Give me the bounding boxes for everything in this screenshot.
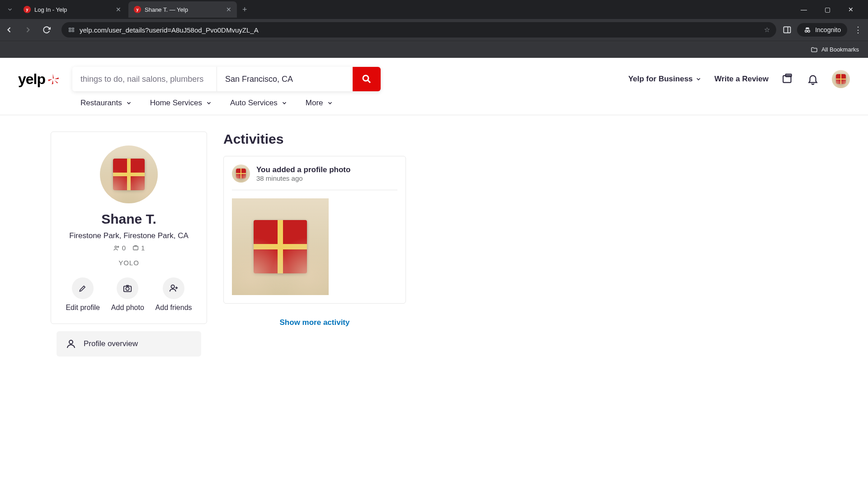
activity-avatar[interactable] xyxy=(232,164,250,183)
maximize-button[interactable]: ▢ xyxy=(821,6,834,13)
chevron-down-icon xyxy=(281,100,288,106)
notifications-icon[interactable] xyxy=(807,73,819,85)
friends-stat[interactable]: 0 xyxy=(113,244,126,252)
sidebar-item-overview[interactable]: Profile overview xyxy=(57,331,201,357)
chevron-down-icon xyxy=(126,100,132,106)
category-nav: Restaurants Home Services Auto Services … xyxy=(0,96,868,115)
activity-title: You added a profile photo xyxy=(256,165,350,174)
svg-rect-1 xyxy=(72,28,74,29)
svg-rect-0 xyxy=(69,28,71,29)
search-button[interactable] xyxy=(353,67,381,91)
category-restaurants[interactable]: Restaurants xyxy=(80,99,132,108)
activities-heading: Activities xyxy=(223,131,868,147)
svg-point-16 xyxy=(126,287,129,290)
yelp-burst-icon xyxy=(47,73,60,85)
incognito-label: Incognito xyxy=(815,26,841,33)
pencil-icon xyxy=(78,284,87,293)
folder-icon xyxy=(811,46,818,53)
tab-title: Shane T. — Yelp xyxy=(145,6,222,13)
category-auto-services[interactable]: Auto Services xyxy=(230,99,288,108)
incognito-badge[interactable]: Incognito xyxy=(797,23,847,37)
svg-point-13 xyxy=(118,246,119,248)
location-input[interactable] xyxy=(217,67,353,91)
category-more[interactable]: More xyxy=(306,99,333,108)
logo-text: yelp xyxy=(18,71,45,88)
yelp-for-business-link[interactable]: Yelp for Business xyxy=(628,75,702,84)
activity-time: 38 minutes ago xyxy=(256,174,350,182)
all-bookmarks-label: All Bookmarks xyxy=(821,46,859,53)
svg-rect-3 xyxy=(72,30,74,32)
yelp-favicon: y xyxy=(134,6,141,13)
profile-icon xyxy=(66,338,76,349)
profile-avatar[interactable] xyxy=(100,145,158,203)
category-home-services[interactable]: Home Services xyxy=(150,99,212,108)
show-more-link[interactable]: Show more activity xyxy=(223,318,406,327)
photos-stat[interactable]: 1 xyxy=(132,244,145,252)
profile-card: Shane T. Firestone Park, Firestone Park,… xyxy=(51,131,207,324)
projects-icon[interactable] xyxy=(781,73,794,85)
new-tab-button[interactable]: + xyxy=(239,5,251,14)
activity-photo[interactable] xyxy=(232,198,329,295)
browser-tab[interactable]: y Shane T. — Yelp ✕ xyxy=(128,1,237,18)
svg-rect-14 xyxy=(133,246,138,250)
svg-point-17 xyxy=(171,285,175,288)
tab-bar: y Log In - Yelp ✕ y Shane T. — Yelp ✕ + … xyxy=(0,0,868,19)
svg-point-8 xyxy=(363,75,368,81)
forward-button[interactable] xyxy=(24,25,36,34)
svg-rect-4 xyxy=(784,27,791,33)
address-bar-row: yelp.com/user_details?userid=A8uJ58od_Pv… xyxy=(0,19,868,41)
svg-point-20 xyxy=(69,340,73,344)
side-panel-icon[interactable] xyxy=(783,25,792,34)
chevron-down-icon xyxy=(695,76,702,82)
incognito-icon xyxy=(803,26,811,34)
close-window-button[interactable]: ✕ xyxy=(844,6,857,13)
add-photo-button[interactable]: Add photo xyxy=(111,277,144,312)
search-icon xyxy=(361,74,372,84)
all-bookmarks-button[interactable]: All Bookmarks xyxy=(811,46,859,53)
profile-tagline: YOLO xyxy=(60,259,198,267)
window-controls: — ▢ ✕ xyxy=(797,6,864,13)
user-avatar[interactable] xyxy=(832,70,850,88)
bookmark-star-icon[interactable]: ☆ xyxy=(764,26,770,34)
address-bar[interactable]: yelp.com/user_details?userid=A8uJ58od_Pv… xyxy=(61,22,776,38)
profile-stats: 0 1 xyxy=(60,244,198,252)
svg-rect-2 xyxy=(69,30,71,32)
add-friends-button[interactable]: Add friends xyxy=(156,277,192,312)
yelp-favicon: y xyxy=(24,6,31,13)
activity-card: You added a profile photo 38 minutes ago xyxy=(223,156,406,304)
friends-icon xyxy=(113,244,120,252)
minimize-button[interactable]: — xyxy=(797,6,810,13)
chevron-down-icon xyxy=(327,100,333,106)
close-icon[interactable]: ✕ xyxy=(226,6,231,13)
site-header: yelp Yelp for Business Write a Review xyxy=(0,58,868,96)
edit-profile-button[interactable]: Edit profile xyxy=(66,277,100,312)
tab-title: Log In - Yelp xyxy=(34,6,112,13)
write-review-link[interactable]: Write a Review xyxy=(714,75,769,84)
yelp-logo[interactable]: yelp xyxy=(18,71,60,88)
back-button[interactable] xyxy=(5,25,17,34)
add-friend-icon xyxy=(169,283,179,293)
svg-point-12 xyxy=(115,246,117,248)
search-input[interactable] xyxy=(72,67,217,91)
close-icon[interactable]: ✕ xyxy=(116,6,121,13)
profile-location: Firestone Park, Firestone Park, CA xyxy=(60,231,198,240)
photo-icon xyxy=(132,244,139,252)
browser-menu-button[interactable]: ⋮ xyxy=(853,25,863,35)
reload-button[interactable] xyxy=(42,26,55,34)
svg-line-9 xyxy=(368,80,371,83)
camera-icon xyxy=(123,283,132,293)
url-text: yelp.com/user_details?userid=A8uJ58od_Pv… xyxy=(80,26,760,34)
tab-search-dropdown[interactable] xyxy=(4,3,16,16)
svg-point-7 xyxy=(808,30,810,33)
profile-name: Shane T. xyxy=(60,211,198,227)
browser-tab[interactable]: y Log In - Yelp ✕ xyxy=(18,1,127,18)
search-bar xyxy=(72,67,381,91)
chevron-down-icon xyxy=(206,100,212,106)
site-settings-icon[interactable] xyxy=(68,26,75,33)
bookmarks-bar: All Bookmarks xyxy=(0,41,868,58)
svg-point-6 xyxy=(805,30,807,33)
